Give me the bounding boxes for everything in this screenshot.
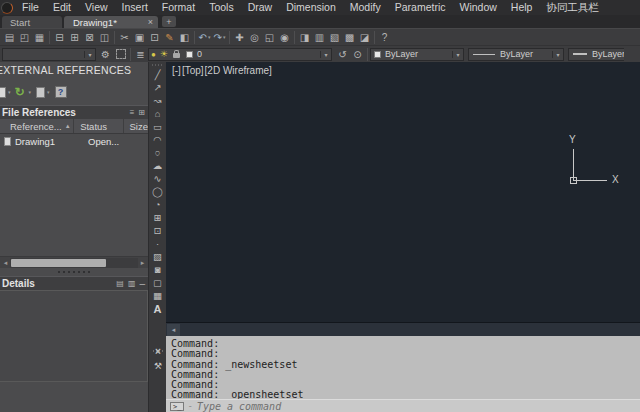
viewport-control-view[interactable]: [Top] (182, 65, 204, 76)
menu-item-tools[interactable]: Tools (202, 0, 241, 15)
change-path-icon[interactable] (36, 87, 45, 98)
chevron-down-icon[interactable]: ▾ (84, 51, 95, 58)
properties-icon[interactable]: ◨ (297, 30, 312, 45)
insert-block-icon[interactable]: ⊞ (149, 211, 166, 224)
menu-item-dimension[interactable]: Dimension (279, 0, 343, 15)
zoom-realtime-icon[interactable]: ◎ (247, 30, 262, 45)
menu-item-draw[interactable]: Draw (241, 0, 280, 15)
command-window[interactable]: Command: Command: Command: _newsheetset … (166, 336, 640, 412)
menu-item-modify[interactable]: Modify (343, 0, 388, 15)
menu-item-collab-toolbar[interactable]: 协同工具栏 (539, 0, 606, 15)
construction-line-icon[interactable]: ↗ (149, 81, 166, 94)
preview-view-icon[interactable]: ▥ (128, 279, 136, 288)
details-view-icon[interactable]: ▤ (116, 279, 124, 288)
menu-item-help[interactable]: Help (504, 0, 540, 15)
layer-thaw-sun-icon[interactable]: ☀ (160, 49, 168, 59)
layer-lock-icon[interactable] (173, 53, 180, 58)
palette-splitter[interactable] (0, 268, 148, 276)
circle-icon[interactable]: ○ (149, 146, 166, 159)
gradient-icon[interactable]: ◙ (149, 263, 166, 276)
layer-states-icon[interactable]: ≣ (133, 47, 148, 62)
tool-palettes-icon[interactable]: ▧ (327, 30, 342, 45)
publish-icon[interactable]: ⊠ (82, 30, 97, 45)
tab-drawing1[interactable]: Drawing1* × (64, 16, 158, 28)
scroll-left-icon[interactable]: ◂ (167, 324, 180, 336)
command-customize-wrench-icon[interactable]: ⚒ (149, 361, 167, 371)
layer-combo[interactable]: ● ☀ 0 ▾ (148, 48, 332, 61)
arc-icon[interactable]: ◠ (149, 133, 166, 146)
layer-on-bulb-icon[interactable]: ● (151, 50, 156, 59)
spline-icon[interactable]: ∿ (149, 172, 166, 185)
new-tab-button[interactable]: + (162, 16, 176, 27)
color-combo[interactable]: ByLayer ▾ (370, 48, 464, 61)
block-editor-icon[interactable]: ◧ (177, 30, 192, 45)
list-view-icon[interactable]: ≡ (130, 108, 135, 117)
horizontal-scrollbar[interactable]: ◂ ▸ (0, 256, 148, 268)
menu-item-edit[interactable]: Edit (46, 0, 78, 15)
multiline-text-icon[interactable]: A (149, 302, 166, 315)
open-icon[interactable]: ◰ (17, 30, 32, 45)
app-logo-icon[interactable] (1, 2, 13, 14)
menu-item-insert[interactable]: Insert (115, 0, 155, 15)
scrollbar-track[interactable] (10, 258, 138, 268)
make-block-icon[interactable]: ⊡ (149, 224, 166, 237)
viewport-control-minimize[interactable]: [-] (172, 65, 181, 76)
ellipse-arc-icon[interactable]: ◔ (149, 198, 166, 211)
linetype-combo[interactable]: ByLayer ▾ (468, 48, 564, 61)
attach-dwg-icon[interactable] (0, 87, 6, 98)
chevron-down-icon[interactable]: ▾ (452, 51, 463, 58)
column-header-status[interactable]: Status (74, 119, 123, 133)
zoom-window-icon[interactable]: ◱ (262, 30, 277, 45)
copy-icon[interactable]: ▣ (132, 30, 147, 45)
point-icon[interactable]: · (149, 237, 166, 250)
tab-close-icon[interactable]: × (148, 17, 153, 27)
menu-item-format[interactable]: Format (155, 0, 202, 15)
plot-icon[interactable]: ⊟ (52, 30, 67, 45)
scrollbar-thumb[interactable] (11, 259, 106, 267)
command-input-row[interactable]: >_ - Type a command (166, 399, 640, 412)
redo-icon[interactable]: ↷▾ (212, 30, 227, 45)
table-row[interactable]: Drawing1 Open... (0, 134, 148, 149)
redo-dropdown-caret[interactable]: ▾ (223, 34, 226, 40)
lineweight-combo[interactable]: ByLayer (568, 48, 624, 61)
xref-help-icon[interactable]: ? (55, 86, 67, 98)
undo-icon[interactable]: ↶▾ (197, 30, 212, 45)
make-object-layer-current-icon[interactable]: ↺ (335, 47, 350, 62)
drawing-canvas[interactable]: [-] [Top] [2D Wireframe] Y X (166, 62, 640, 322)
polygon-icon[interactable]: ⌂ (149, 107, 166, 120)
table-icon[interactable]: ▦ (149, 289, 166, 302)
sheet-set-manager-icon[interactable]: ▩ (342, 30, 357, 45)
markup-set-manager-icon[interactable]: ◪ (357, 30, 372, 45)
polyline-icon[interactable]: ↝ (149, 94, 166, 107)
tree-view-icon[interactable]: ⊞ (138, 108, 145, 117)
region-icon[interactable]: ▢ (149, 276, 166, 289)
line-icon[interactable]: ╱ (149, 68, 166, 81)
menu-item-window[interactable]: Window (452, 0, 503, 15)
scroll-left-icon[interactable]: ◂ (1, 259, 10, 267)
refresh-icon[interactable]: ↻ (13, 85, 27, 99)
designcenter-icon[interactable]: ▥ (312, 30, 327, 45)
column-header-size[interactable]: Size (124, 119, 148, 133)
menu-item-file[interactable]: File (15, 0, 46, 15)
command-close-icon[interactable]: × (149, 346, 167, 357)
scroll-right-icon[interactable]: ▸ (138, 259, 147, 267)
layer-properties-manager-icon[interactable] (113, 47, 128, 62)
new-file-icon[interactable]: ▤ (2, 30, 17, 45)
match-properties-icon[interactable]: ✎ (162, 30, 177, 45)
ellipse-icon[interactable]: ◯ (149, 185, 166, 198)
plot-preview-icon[interactable]: ⊞ (67, 30, 82, 45)
undo-dropdown-caret[interactable]: ▾ (208, 34, 211, 40)
hatch-icon[interactable]: ▨ (149, 250, 166, 263)
column-header-reference[interactable]: Reference... ▲ (0, 119, 74, 133)
pan-icon[interactable]: ✚ (232, 30, 247, 45)
rectangle-icon[interactable]: ▭ (149, 120, 166, 133)
etransmit-icon[interactable]: ◫ (97, 30, 112, 45)
attach-dropdown-caret[interactable]: ▾ (8, 89, 11, 95)
paste-icon[interactable]: ⊡ (147, 30, 162, 45)
menu-item-view[interactable]: View (78, 0, 115, 15)
chevron-down-icon[interactable]: ▾ (552, 51, 563, 58)
viewport-control-visual-style[interactable]: [2D Wireframe] (205, 65, 272, 76)
zoom-previous-icon[interactable]: ◉ (277, 30, 292, 45)
help-icon[interactable]: ? (377, 30, 392, 45)
layer-previous-icon[interactable]: ⊙ (350, 47, 365, 62)
